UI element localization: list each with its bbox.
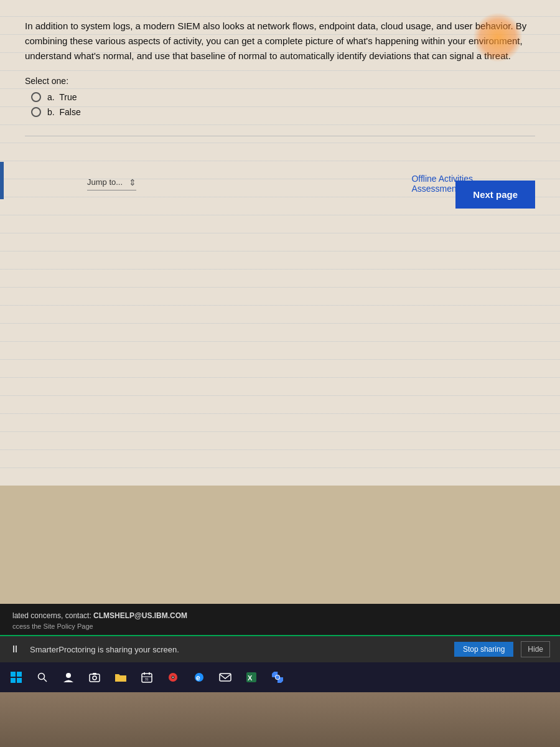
taskbar-music-icon[interactable] bbox=[162, 666, 184, 688]
bottom-decorative-area bbox=[0, 692, 560, 747]
left-accent-bar bbox=[0, 162, 4, 199]
option-a[interactable]: a. True bbox=[31, 92, 535, 102]
taskbar-user-icon[interactable] bbox=[57, 666, 80, 688]
svg-point-8 bbox=[93, 676, 96, 680]
windows-taskbar: 31 e X bbox=[0, 662, 560, 692]
option-b-label: b. False bbox=[47, 107, 81, 117]
svg-rect-20 bbox=[220, 674, 231, 681]
option-b[interactable]: b. False bbox=[31, 107, 535, 117]
stop-sharing-button[interactable]: Stop sharing bbox=[454, 642, 513, 657]
svg-rect-1 bbox=[17, 672, 22, 677]
next-page-button[interactable]: Next page bbox=[455, 181, 535, 209]
footer-contact-prefix: lated concerns, contact: bbox=[12, 611, 93, 620]
footer-contact: lated concerns, contact: CLMSHELP@US.IBM… bbox=[12, 611, 548, 620]
svg-rect-3 bbox=[17, 678, 22, 683]
taskbar-chrome-icon[interactable] bbox=[266, 666, 289, 688]
taskbar-section: lated concerns, contact: CLMSHELP@US.IBM… bbox=[0, 604, 560, 747]
taskbar-calendar-icon[interactable]: 31 bbox=[136, 666, 158, 688]
radio-circle-b[interactable] bbox=[31, 107, 41, 117]
svg-text:X: X bbox=[248, 674, 253, 682]
question-text: In addition to system logs, a modern SIE… bbox=[25, 19, 535, 63]
svg-rect-9 bbox=[93, 673, 96, 675]
svg-point-4 bbox=[39, 674, 45, 680]
svg-text:31: 31 bbox=[145, 677, 149, 681]
footer-text-area: lated concerns, contact: CLMSHELP@US.IBM… bbox=[0, 604, 560, 635]
jump-to-select[interactable]: Jump to... ⇕ bbox=[87, 177, 136, 190]
svg-point-17 bbox=[172, 677, 174, 678]
svg-rect-0 bbox=[11, 672, 16, 677]
orange-glow-decoration bbox=[473, 12, 523, 62]
svg-line-5 bbox=[44, 679, 47, 682]
sharing-pause-icon: ⏸ bbox=[10, 644, 20, 655]
footer-policy: ccess the Site Policy Page bbox=[12, 622, 548, 630]
screen-sharing-bar: ⏸ SmarterProctoring is sharing your scre… bbox=[0, 635, 560, 662]
radio-options-group: a. True b. False bbox=[31, 92, 535, 117]
content-divider bbox=[25, 136, 535, 136]
svg-rect-7 bbox=[90, 674, 100, 682]
select-one-label: Select one: bbox=[25, 76, 535, 86]
sharing-message: SmarterProctoring is sharing your screen… bbox=[30, 645, 447, 654]
taskbar-mail-icon[interactable] bbox=[214, 666, 236, 688]
jump-to-text: Jump to... bbox=[87, 177, 123, 187]
radio-circle-a[interactable] bbox=[31, 92, 41, 102]
footer-contact-email: CLMSHELP@US.IBM.COM bbox=[93, 611, 187, 620]
windows-start-icon[interactable] bbox=[5, 666, 27, 688]
taskbar-edge-icon[interactable]: e bbox=[188, 666, 210, 688]
hide-button[interactable]: Hide bbox=[521, 641, 550, 657]
taskbar-camera-icon[interactable] bbox=[83, 666, 106, 688]
main-content: In addition to system logs, a modern SIE… bbox=[0, 0, 560, 486]
svg-rect-2 bbox=[11, 678, 16, 683]
svg-point-6 bbox=[66, 673, 71, 678]
svg-point-25 bbox=[276, 675, 279, 679]
jump-arrows-icon[interactable]: ⇕ bbox=[129, 177, 136, 187]
option-a-label: a. True bbox=[47, 92, 77, 102]
search-taskbar-icon[interactable] bbox=[31, 666, 54, 688]
svg-text:e: e bbox=[196, 674, 200, 682]
taskbar-folder-icon[interactable] bbox=[110, 666, 132, 688]
taskbar-excel-icon[interactable]: X bbox=[240, 666, 263, 688]
